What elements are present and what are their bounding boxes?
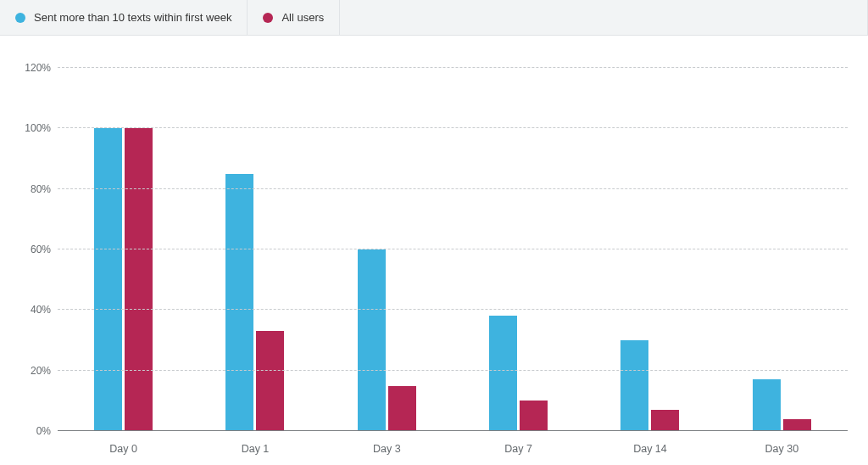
- grid-line: [58, 309, 848, 310]
- bar[interactable]: [358, 249, 386, 431]
- grid-line: [58, 430, 848, 431]
- bar-group: Day 0: [58, 68, 189, 431]
- bar-group: Day 1: [189, 68, 320, 431]
- bar-group: Day 3: [321, 68, 453, 431]
- bar[interactable]: [783, 419, 811, 431]
- y-axis-label: 0%: [17, 425, 51, 437]
- y-axis-label: 80%: [17, 183, 51, 195]
- bar[interactable]: [388, 386, 416, 432]
- grid-line: [58, 67, 848, 68]
- bar[interactable]: [225, 174, 253, 431]
- grid-line: [58, 249, 848, 249]
- grid-line: [58, 188, 848, 189]
- chart-container: Sent more than 10 texts within first wee…: [0, 0, 868, 465]
- bar-group: Day 30: [716, 68, 848, 431]
- x-axis-label: Day 3: [321, 443, 453, 455]
- y-axis-label: 40%: [17, 304, 51, 316]
- bar[interactable]: [94, 128, 122, 431]
- bar[interactable]: [753, 379, 781, 431]
- legend-swatch-icon: [263, 13, 273, 23]
- bar[interactable]: [256, 331, 284, 431]
- x-axis-label: Day 30: [716, 443, 848, 455]
- x-axis-label: Day 7: [453, 443, 584, 455]
- legend-spacer: [340, 0, 868, 35]
- y-axis-label: 120%: [17, 62, 51, 74]
- x-axis-label: Day 14: [584, 443, 715, 455]
- legend-swatch-icon: [15, 13, 25, 23]
- grid-line: [58, 370, 848, 371]
- bar[interactable]: [620, 340, 648, 431]
- plot-region: Day 0Day 1Day 3Day 7Day 14Day 30 0%20%40…: [58, 68, 848, 431]
- bar[interactable]: [520, 401, 548, 431]
- bar-group: Day 14: [584, 68, 715, 431]
- legend-label: Sent more than 10 texts within first wee…: [34, 11, 231, 24]
- y-axis-label: 60%: [17, 244, 51, 255]
- legend-label: All users: [281, 11, 324, 24]
- bar[interactable]: [651, 410, 679, 431]
- bar[interactable]: [489, 316, 517, 431]
- chart-area: Day 0Day 1Day 3Day 7Day 14Day 30 0%20%40…: [0, 36, 868, 465]
- y-axis-label: 20%: [17, 365, 51, 377]
- bar[interactable]: [125, 128, 153, 431]
- legend-item-all-users[interactable]: All users: [248, 0, 340, 35]
- y-axis-label: 100%: [17, 122, 51, 134]
- x-axis-label: Day 0: [58, 443, 189, 455]
- bar-group: Day 7: [453, 68, 584, 431]
- legend-bar: Sent more than 10 texts within first wee…: [0, 0, 868, 36]
- bar-groups: Day 0Day 1Day 3Day 7Day 14Day 30: [58, 68, 848, 431]
- legend-item-sent-more[interactable]: Sent more than 10 texts within first wee…: [0, 0, 248, 35]
- x-axis-label: Day 1: [189, 443, 320, 455]
- grid-line: [58, 127, 848, 128]
